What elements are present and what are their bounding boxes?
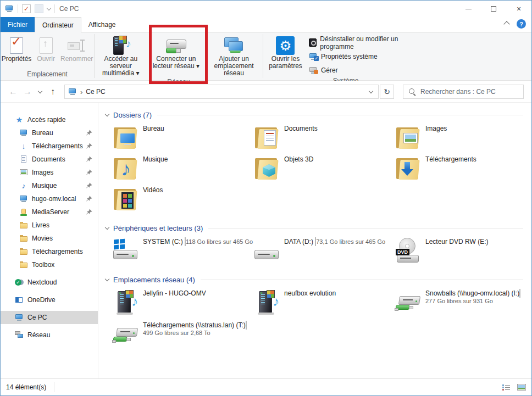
folder-tile-documents[interactable]: Documents [253,124,395,154]
sidebar-item-movies[interactable]: Movies [1,232,98,245]
sidebar-item-reseau[interactable]: Réseau [1,328,98,342]
sidebar-item-hugo-omv-local[interactable]: hugo-omv.local [1,192,98,205]
sidebar-item-onedrive[interactable]: OneDrive [1,293,98,306]
search-box[interactable]: Rechercher dans : Ce PC [403,85,524,99]
proprietes-systeme-button[interactable]: ✓ Propriétés système [309,49,428,63]
chevron-down-icon [369,88,373,93]
collapse-section-icon[interactable] [105,225,109,229]
sidebar-item-images[interactable]: Images [1,166,98,179]
collapse-section-icon[interactable] [105,111,109,116]
pin-icon [86,156,92,163]
acceder-serveur-multimedia-button[interactable]: ♪ Accéder au serveur multimédia ▾ [95,35,147,78]
folder-3d-objects-icon [253,155,280,182]
proprietes-button[interactable]: ✓ Propriétés [0,35,34,64]
maximize-icon [491,6,496,12]
network-tile-neufbox[interactable]: ♪ neufbox evolution [253,288,395,319]
renommer-button[interactable]: Renommer [58,35,95,64]
section-header-emplacements-reseau: Emplacements réseau (4) [106,274,523,285]
ouvrir-parametres-button[interactable]: ⚙ Ouvrir les paramètres [267,35,304,71]
sidebar-item-ce-pc[interactable]: Ce PC [1,311,98,324]
desinstaller-programme-button[interactable]: Désinstaller ou modifier un programme [309,36,428,49]
up-button[interactable]: ↑ [46,87,60,97]
sidebar-item-livres[interactable]: Livres [1,219,98,232]
sidebar-item-toolbox[interactable]: Toolbox [1,258,98,271]
breadcrumb-chevron-icon[interactable]: › [80,88,82,96]
sidebar-item-telechargements[interactable]: ↓ Téléchargements [1,140,98,153]
pin-icon [86,143,92,149]
help-button[interactable]: ? [517,19,526,29]
highlight-box [149,25,208,84]
forward-button[interactable]: → [20,87,35,97]
this-pc-icon [15,313,24,322]
folder-tile-bureau[interactable]: Bureau [112,124,253,154]
sidebar-item-nextcloud[interactable]: ✓ Nextcloud [1,276,98,289]
explorer-window: ✓ Ce PC × Fichier Ordinateur Affichage ?… [0,0,532,396]
folder-tile-telechargements[interactable]: Téléchargements [395,154,531,185]
folder-tile-objets-3d[interactable]: Objets 3D [253,154,395,185]
properties-quick-icon[interactable]: ✓ [22,4,31,13]
folder-music-icon: ♪ [112,155,138,182]
maximize-button[interactable] [481,1,506,17]
sidebar-item-documents[interactable]: Documents [1,153,98,166]
drive-tile-dvd-e[interactable]: DVD Lecteur DVD RW (E:) [395,237,531,267]
sidebar-item-acces-rapide[interactable]: ★ Accès rapide [1,113,98,126]
collapse-ribbon-icon[interactable] [503,21,509,27]
divider [157,115,523,115]
tab-fichier[interactable]: Fichier [1,17,35,32]
ouvrir-button[interactable]: ↑ Ouvrir [35,35,57,64]
ribbon: ✓ Propriétés ↑ Ouvrir Renommer Emplaceme… [1,32,531,81]
address-bar[interactable]: › Ce PC [64,85,379,99]
ribbon-group-systeme: ⚙ Ouvrir les paramètres Désinstaller ou … [263,32,428,80]
sidebar-item-mediaserver[interactable]: MediaServer [1,205,98,219]
breadcrumb: › Ce PC [65,87,364,96]
collapse-section-icon[interactable] [105,276,109,281]
new-folder-quick-icon[interactable] [35,4,43,13]
gerer-button[interactable]: Gérer [309,63,428,77]
drive-tile-data-d[interactable]: DATA (D:) 73,1 Go libres sur 465 Go [253,237,395,267]
sidebar-item-musique[interactable]: ♪ Musique [1,179,98,192]
folder-downloads-icon [395,155,421,182]
this-pc-icon [68,87,77,96]
ribbon-group-emplacement: ✓ Propriétés ↑ Ouvrir Renommer Emplaceme… [1,32,94,80]
view-thumbnails-button[interactable] [516,382,527,393]
tab-ordinateur[interactable]: Ordinateur [35,17,81,32]
drive-tile-system-c[interactable]: SYSTEM (C:) 118 Go libres sur 465 Go [112,237,253,267]
view-details-button[interactable] [501,382,512,393]
add-network-location-icon [223,36,245,55]
network-tile-snowballs[interactable]: Snowballs (\\hugo-omv.local) (I:) 277 Go… [395,288,531,319]
sidebar-item-telechargements-folder[interactable]: Téléchargements [1,245,98,258]
folder-tile-videos[interactable]: Vidéos [112,185,253,216]
tab-affichage[interactable]: Affichage [81,17,123,32]
pin-icon [86,169,92,176]
file-list: Dossiers (7) Bureau Documents Images ♪ M… [99,103,531,378]
network-icon [15,331,24,339]
network-tile-jellyfin[interactable]: ♪ Jellyfin - HUGO-OMV [112,288,253,319]
folder-tile-musique[interactable]: ♪ Musique [112,154,253,185]
sidebar-item-bureau[interactable]: Bureau [1,126,98,140]
computer-icon [19,194,28,203]
shared-device-icon [19,208,28,216]
dvd-drive-icon: DVD [395,238,421,264]
address-dropdown-button[interactable] [364,85,378,98]
open-icon: ↑ [40,37,53,54]
divider [18,4,18,13]
drives-grid: SYSTEM (C:) 118 Go libres sur 465 Go DAT… [112,237,531,267]
network-tile-telechargements-stratus[interactable]: Téléchargements (\\stratus.lan) (T:) 499… [112,320,253,351]
navigation-toolbar: ← → ↑ › Ce PC ↻ Rechercher dans : Ce PC [1,81,531,103]
minimize-button[interactable] [456,1,481,17]
refresh-button[interactable]: ↻ [380,85,394,99]
breadcrumb-item-ce-pc[interactable]: Ce PC [86,88,105,96]
onedrive-icon [15,295,24,304]
settings-gear-icon: ⚙ [276,36,295,55]
divider [201,280,523,280]
window-title: Ce PC [59,5,79,13]
item-count: 14 élément(s) [6,383,46,391]
ajouter-emplacement-reseau-button[interactable]: Ajouter un emplacement réseau [205,35,263,78]
folder-icon [19,234,28,243]
system-properties-icon: ✓ [309,52,318,61]
network-drive-icon [112,321,138,348]
back-button[interactable]: ← [6,87,20,97]
close-button[interactable]: × [506,1,531,17]
recent-locations-chevron-icon[interactable] [38,88,42,93]
customize-toolbar-chevron-icon[interactable] [47,5,51,10]
